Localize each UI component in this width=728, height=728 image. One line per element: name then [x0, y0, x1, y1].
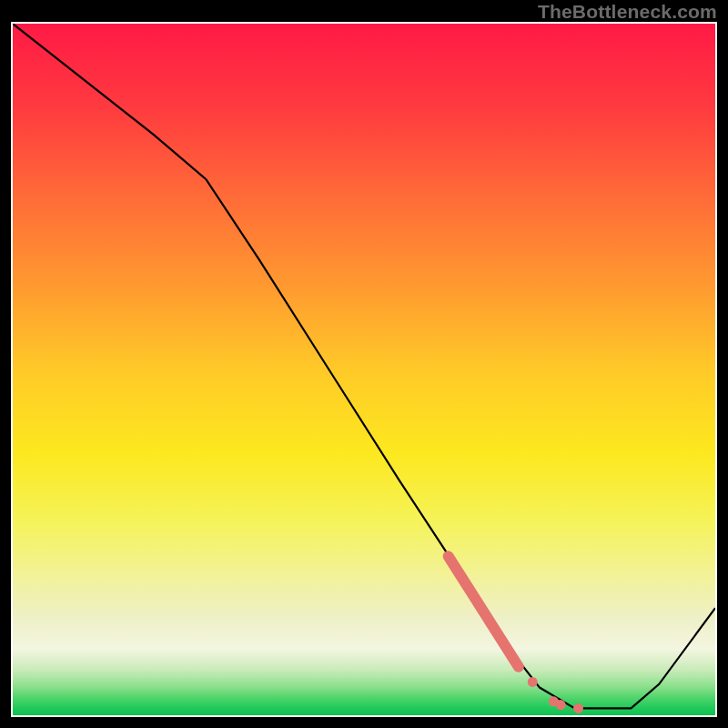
- svg-point-2: [556, 700, 566, 710]
- plot-area: [13, 24, 715, 715]
- gradient-background: [13, 24, 715, 715]
- watermark-text: TheBottleneck.com: [538, 1, 717, 23]
- chart-frame: [9, 20, 719, 719]
- svg-point-0: [528, 677, 538, 687]
- svg-point-3: [573, 703, 583, 713]
- chart-svg: [13, 24, 715, 715]
